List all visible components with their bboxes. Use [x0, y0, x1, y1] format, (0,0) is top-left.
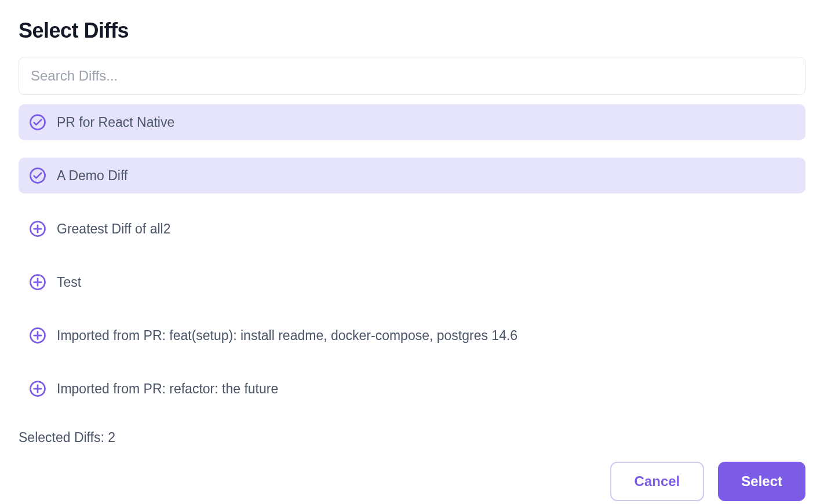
check-circle-icon: [29, 167, 46, 184]
diff-item-label: Imported from PR: refactor: the future: [57, 381, 278, 397]
diff-list: PR for React Native A Demo Diff Greatest…: [19, 104, 805, 407]
check-circle-icon: [29, 114, 46, 131]
plus-circle-icon: [29, 273, 46, 291]
select-button[interactable]: Select: [718, 462, 805, 501]
selected-count: Selected Diffs: 2: [19, 430, 805, 445]
plus-circle-icon: [29, 220, 46, 238]
diff-item-label: PR for React Native: [57, 115, 174, 130]
diff-item-label: Greatest Diff of all2: [57, 221, 170, 237]
page-title: Select Diffs: [19, 19, 805, 43]
button-row: Cancel Select: [19, 462, 805, 501]
plus-circle-icon: [29, 380, 46, 397]
diff-item[interactable]: Greatest Diff of all2: [19, 211, 805, 247]
diff-item-label: A Demo Diff: [57, 168, 127, 184]
diff-item[interactable]: Imported from PR: refactor: the future: [19, 371, 805, 407]
cancel-button[interactable]: Cancel: [610, 462, 705, 501]
diff-item-label: Imported from PR: feat(setup): install r…: [57, 328, 517, 344]
search-input[interactable]: [19, 57, 805, 95]
diff-item[interactable]: A Demo Diff: [19, 158, 805, 193]
diff-item[interactable]: PR for React Native: [19, 104, 805, 140]
diff-item[interactable]: Test: [19, 264, 805, 300]
diff-item[interactable]: Imported from PR: feat(setup): install r…: [19, 317, 805, 353]
diff-item-label: Test: [57, 275, 81, 290]
plus-circle-icon: [29, 327, 46, 344]
